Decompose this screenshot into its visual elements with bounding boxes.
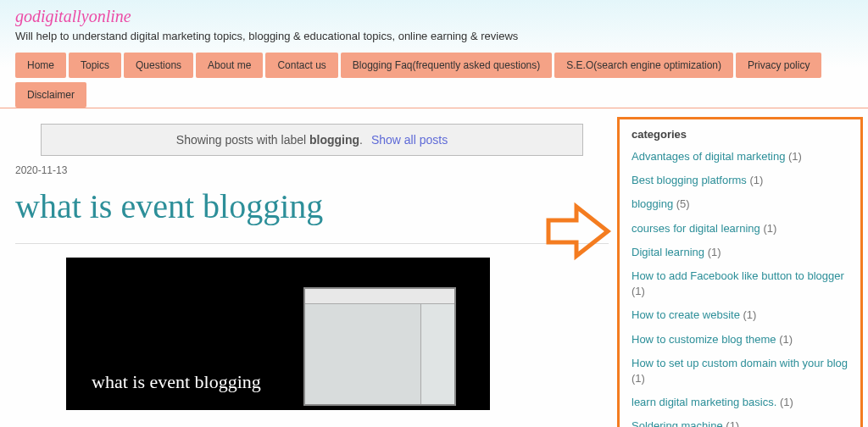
post-date: 2020-11-13: [15, 164, 609, 176]
sidebar-title: categories: [632, 128, 849, 141]
nav-disclaimer[interactable]: Disclaimer: [15, 82, 86, 108]
category-count: (1): [632, 285, 645, 297]
nav-row-2: Disclaimer: [0, 82, 868, 108]
site-title[interactable]: godigitallyonline: [15, 7, 853, 26]
category-item: Advantages of digital marketing (1): [632, 149, 849, 164]
category-link[interactable]: How to set up custom domain with your bl…: [632, 357, 848, 369]
video-overlay-text: what is event blogging: [92, 371, 261, 393]
content: Showing posts with label blogging. Show …: [0, 108, 868, 427]
header: godigitallyonline Will help to understan…: [0, 0, 868, 53]
nav-home[interactable]: Home: [15, 53, 66, 78]
status-prefix: Showing posts with label: [176, 133, 309, 147]
nav-privacy[interactable]: Privacy policy: [736, 53, 821, 78]
category-item: Best blogging platforms (1): [632, 173, 849, 188]
category-link[interactable]: blogging: [632, 197, 673, 210]
category-count: (1): [788, 150, 802, 163]
site-description: Will help to understand digital marketin…: [15, 30, 853, 42]
category-count: (5): [676, 197, 690, 210]
status-suffix: .: [359, 133, 366, 147]
category-count: (1): [708, 246, 721, 258]
divider: [15, 243, 609, 244]
category-link[interactable]: How to customize blog theme: [632, 333, 776, 346]
category-count: (1): [632, 372, 645, 385]
nav-seo[interactable]: S.E.O(search engine optimization): [554, 53, 733, 78]
category-count: (1): [743, 308, 757, 321]
category-count: (1): [763, 222, 776, 235]
nav-faq[interactable]: Blogging Faq(frequently asked questions): [341, 53, 552, 78]
main-column: Showing posts with label blogging. Show …: [15, 117, 609, 427]
category-link[interactable]: Digital learning: [632, 246, 704, 258]
category-item: courses for digital learning (1): [632, 221, 849, 236]
nav-topics[interactable]: Topics: [69, 53, 121, 78]
category-link[interactable]: Best blogging platforms: [632, 174, 747, 186]
category-item: How to set up custom domain with your bl…: [632, 356, 849, 386]
category-link[interactable]: courses for digital learning: [632, 222, 760, 235]
video-screen-mock: [303, 287, 456, 406]
category-item: How to customize blog theme (1): [632, 332, 849, 347]
category-item: How to create website (1): [632, 308, 849, 323]
category-link[interactable]: learn digital marketing basics.: [632, 396, 776, 408]
show-all-link[interactable]: Show all posts: [371, 133, 448, 147]
nav-row-1: Home Topics Questions About me Contact u…: [0, 53, 868, 80]
category-link[interactable]: How to create website: [632, 308, 740, 321]
category-link[interactable]: How to add Facebook like button to blogg…: [632, 269, 844, 282]
category-list: Advantages of digital marketing (1) Best…: [632, 149, 849, 427]
category-count: (1): [779, 333, 793, 346]
filter-status: Showing posts with label blogging. Show …: [41, 124, 583, 156]
category-count: (1): [780, 396, 793, 408]
category-link[interactable]: Advantages of digital marketing: [632, 150, 785, 163]
nav-questions[interactable]: Questions: [124, 53, 193, 78]
category-count: (1): [726, 419, 739, 427]
status-label: blogging: [309, 133, 359, 147]
video-thumbnail[interactable]: what is event blogging: [66, 258, 490, 410]
nav-about[interactable]: About me: [196, 53, 263, 78]
category-item: blogging (5): [632, 197, 849, 212]
category-count: (1): [749, 174, 763, 186]
category-item: Soldering machine (1): [632, 419, 849, 427]
sidebar-categories: categories Advantages of digital marketi…: [617, 117, 863, 427]
category-link[interactable]: Soldering machine: [632, 419, 723, 427]
category-item: Digital learning (1): [632, 245, 849, 260]
post-title[interactable]: what is event blogging: [15, 186, 609, 226]
category-item: How to add Facebook like button to blogg…: [632, 269, 849, 299]
nav-contact[interactable]: Contact us: [265, 53, 337, 78]
category-item: learn digital marketing basics. (1): [632, 395, 849, 410]
